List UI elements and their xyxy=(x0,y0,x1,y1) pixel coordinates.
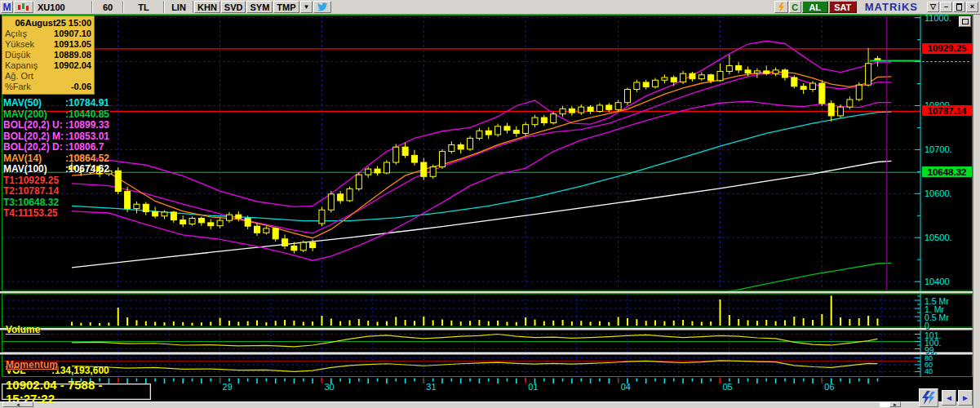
matriks-brand-logo: MATRiKS xyxy=(857,1,926,13)
x-axis-label: 05 xyxy=(723,382,733,392)
rsi-axis-label: 40 xyxy=(925,367,933,375)
price-axis-label: 10700. xyxy=(925,144,952,154)
price-axis-highlight: 10648.32 xyxy=(922,166,972,177)
trend-level-row: T2:10787.14 xyxy=(3,186,109,197)
indicator-row: MAV(14):10864.52 xyxy=(3,153,109,165)
trend-level-row: T3:10648.32 xyxy=(3,197,109,209)
quote-row: Kapanış10902.04 xyxy=(5,60,91,71)
indicator-row: MAV(100):10674.62 xyxy=(3,164,109,175)
x-axis-label: 01 xyxy=(528,382,538,392)
matriks-chart-window: M XU100 60 TL LIN KHN SVD SYM TMP ▼ C AL xyxy=(0,0,980,408)
chevron-down-icon[interactable]: ▼ xyxy=(300,1,313,13)
toolbar-button-svd[interactable]: SVD xyxy=(221,1,246,13)
x-axis-label: 06 xyxy=(824,382,834,392)
x-axis-label: 04 xyxy=(621,382,631,392)
maximize-button[interactable] xyxy=(953,2,965,12)
x-axis-label: 30 xyxy=(324,382,334,392)
minimize-button[interactable]: – xyxy=(940,2,952,12)
indicator-legend: MAV(50):10784.91MAV(200):10440.85BOL(20,… xyxy=(3,98,109,220)
window-shade-button[interactable]: ▽ xyxy=(927,2,939,12)
toolbar-button-sym[interactable]: SYM xyxy=(246,1,273,13)
quote-row: %Fark-0.06 xyxy=(5,82,91,92)
quote-datetime: 06August25 15:00 xyxy=(5,17,91,29)
indicator-row: MAV(50):10784.91 xyxy=(3,98,109,109)
app-logo[interactable]: M xyxy=(1,1,13,13)
twitter-share-button[interactable] xyxy=(313,1,331,13)
chart-type-icon[interactable] xyxy=(14,1,33,13)
toolbar-button-khn[interactable]: KHN xyxy=(194,1,220,13)
indicator-row: MAV(200):10440.85 xyxy=(3,109,109,121)
trend-level-row: T4:11153.25 xyxy=(3,208,109,220)
restore-icon xyxy=(962,19,969,24)
indicator-row: BOL(20,2) U::10899.33 xyxy=(3,120,109,131)
panel-separator[interactable] xyxy=(0,291,973,294)
scale-field[interactable]: LIN xyxy=(164,1,193,13)
window-right-edge xyxy=(973,14,980,408)
price-axis-label: 10400 xyxy=(925,277,950,286)
indicator-row: BOL(20,2) D::10806.7 xyxy=(3,142,109,153)
currency-field[interactable]: TL xyxy=(123,1,164,13)
refresh-button[interactable]: C xyxy=(789,1,801,13)
panel-separator[interactable] xyxy=(0,353,973,355)
buy-button[interactable]: AL xyxy=(802,1,828,13)
status-bar: 10902.04 - 7588 - 15:27:22 xyxy=(2,384,151,400)
period-field[interactable]: 60 xyxy=(92,1,123,13)
maximize-icon xyxy=(956,3,962,11)
x-axis-label: 29 xyxy=(223,382,233,392)
h-scrollbar-left-button[interactable]: ◄ xyxy=(2,401,33,407)
volume-axis-label: 0 xyxy=(925,321,929,330)
toolbar: M XU100 60 TL LIN KHN SVD SYM TMP ▼ C AL xyxy=(0,0,980,15)
quote-info-box: 06August25 15:00 Açılış10907.10Yüksek109… xyxy=(2,16,95,95)
quote-row: Ağ. Ort xyxy=(5,71,91,82)
price-axis-label: 10500. xyxy=(925,233,952,242)
symbol-field[interactable]: XU100 xyxy=(33,1,92,13)
twitter-bird-icon xyxy=(317,2,328,12)
matriks-flash-icon xyxy=(922,391,935,405)
x-axis-label: 31 xyxy=(426,382,436,392)
quote-row: Yüksek10913.05 xyxy=(5,39,91,50)
toolbar-button-tmp[interactable]: TMP xyxy=(273,1,299,13)
price-axis-highlight: 10787.14 xyxy=(922,105,972,116)
close-button[interactable]: × xyxy=(966,2,978,12)
page-back-button[interactable]: ◄ xyxy=(942,390,956,406)
candlestick-icon xyxy=(17,2,30,11)
page-forward-button[interactable]: ► xyxy=(958,390,973,406)
chart-canvas[interactable] xyxy=(0,0,980,408)
panel-separator[interactable] xyxy=(0,328,973,330)
h-scrollbar-thumb[interactable] xyxy=(880,401,889,407)
quote-row: Açılış10907.10 xyxy=(5,29,91,39)
h-scrollbar-right-button[interactable]: ► xyxy=(889,401,901,407)
sell-button[interactable]: SAT xyxy=(829,1,857,13)
trend-level-row: T1:10929.25 xyxy=(3,175,109,187)
panel-restore-button[interactable] xyxy=(959,16,971,27)
price-axis-highlight: 10929.25 xyxy=(922,43,972,54)
quick-trade-button[interactable] xyxy=(774,1,788,13)
lightning-icon xyxy=(778,2,785,12)
matriks-quick-button[interactable] xyxy=(919,388,938,407)
indicator-row: BOL(20,2) M::10853.01 xyxy=(3,131,109,143)
quote-row: Düşük10889.08 xyxy=(5,50,91,60)
price-axis-label: 10600. xyxy=(925,188,952,198)
